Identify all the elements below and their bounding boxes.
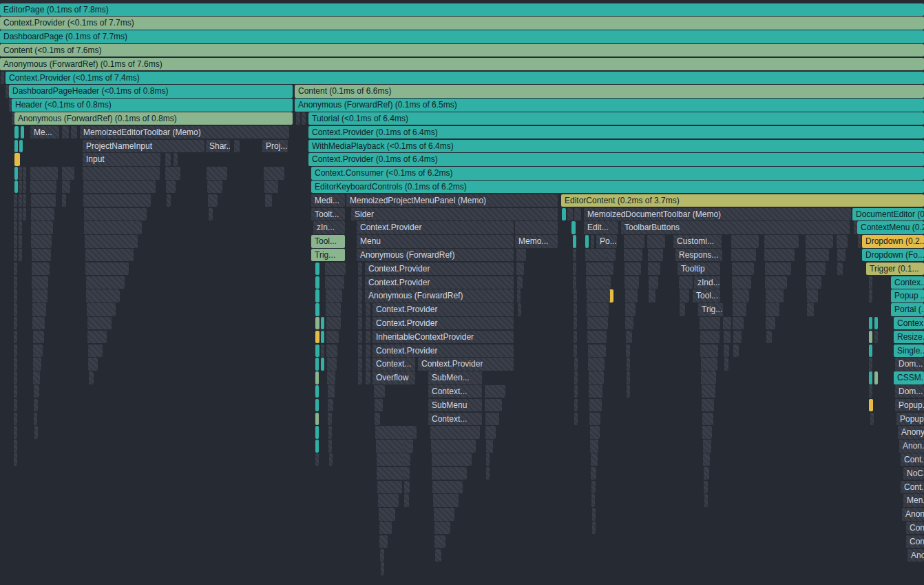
flame-bar[interactable] bbox=[592, 522, 596, 535]
flame-bar[interactable] bbox=[701, 371, 716, 384]
flame-bar[interactable] bbox=[32, 289, 48, 302]
flame-bar[interactable] bbox=[88, 345, 103, 358]
flame-bar[interactable] bbox=[315, 276, 319, 289]
flame-bar[interactable] bbox=[680, 289, 689, 302]
flame-bar-edit[interactable]: Edit... bbox=[584, 221, 618, 234]
flame-bar[interactable] bbox=[591, 494, 595, 507]
flame-bar[interactable] bbox=[702, 385, 715, 398]
flame-bar-context[interactable]: Context... bbox=[372, 358, 415, 371]
flame-bar[interactable] bbox=[485, 426, 496, 439]
flame-bar[interactable] bbox=[625, 317, 633, 330]
flame-bar-dom[interactable]: Dom... bbox=[895, 385, 924, 398]
flame-bar[interactable] bbox=[209, 208, 213, 221]
flame-bar-portal[interactable]: Portal (... bbox=[891, 303, 924, 316]
flame-bar[interactable] bbox=[84, 208, 147, 221]
flame-bar[interactable] bbox=[366, 317, 370, 330]
flame-bar[interactable] bbox=[589, 371, 604, 384]
flame-bar[interactable] bbox=[625, 289, 638, 302]
flame-bar[interactable] bbox=[626, 331, 632, 344]
flame-bar[interactable] bbox=[19, 194, 22, 207]
flame-bar-anonymous-forwardref-0-1ms-of-0-8ms[interactable]: Anonymous (ForwardRef) (0.1ms of 0.8ms) bbox=[14, 112, 293, 125]
flame-bar[interactable] bbox=[574, 385, 578, 398]
flame-bar[interactable] bbox=[14, 453, 17, 466]
flame-bar[interactable] bbox=[589, 399, 602, 412]
flame-bar[interactable] bbox=[517, 289, 521, 302]
flame-bar[interactable] bbox=[869, 385, 872, 398]
flame-bar[interactable] bbox=[869, 345, 872, 358]
flame-bar[interactable] bbox=[627, 385, 630, 398]
flame-bar-context-provider[interactable]: Context.Provider bbox=[372, 303, 514, 316]
flame-bar[interactable] bbox=[19, 167, 22, 180]
flame-bar[interactable] bbox=[87, 331, 107, 344]
flame-bar[interactable] bbox=[14, 317, 17, 330]
flame-bar[interactable] bbox=[869, 317, 872, 330]
flame-bar[interactable] bbox=[589, 413, 600, 426]
flame-bar[interactable] bbox=[33, 371, 40, 384]
flame-bar[interactable] bbox=[315, 263, 319, 276]
flame-bar[interactable] bbox=[701, 358, 717, 371]
flame-bar[interactable] bbox=[432, 453, 472, 466]
flame-bar[interactable] bbox=[315, 426, 319, 439]
flame-bar[interactable] bbox=[326, 331, 339, 344]
flame-bar[interactable] bbox=[404, 494, 409, 507]
flame-bar-contex[interactable]: Contex... bbox=[891, 276, 924, 289]
flame-bar[interactable] bbox=[404, 481, 410, 494]
flame-bar[interactable] bbox=[14, 371, 17, 384]
flame-bar[interactable] bbox=[807, 303, 814, 316]
flame-bar[interactable] bbox=[732, 276, 751, 289]
flame-bar[interactable] bbox=[34, 385, 39, 398]
flame-bar[interactable] bbox=[19, 235, 22, 248]
flame-bar[interactable] bbox=[14, 413, 17, 426]
flame-bar[interactable] bbox=[806, 235, 833, 248]
flame-bar[interactable] bbox=[14, 303, 17, 316]
flame-bar[interactable] bbox=[19, 208, 22, 221]
flame-bar[interactable] bbox=[573, 249, 576, 262]
flame-bar[interactable] bbox=[516, 249, 526, 262]
flame-bar[interactable] bbox=[574, 413, 578, 426]
flame-bar[interactable] bbox=[315, 331, 319, 344]
flame-bar[interactable] bbox=[702, 413, 713, 426]
flame-bar[interactable] bbox=[358, 317, 362, 330]
flame-bar[interactable] bbox=[403, 426, 411, 439]
flame-bar-con[interactable]: Con... bbox=[906, 522, 924, 535]
flame-bar[interactable] bbox=[234, 140, 240, 153]
flame-bar[interactable] bbox=[585, 235, 589, 248]
flame-bar[interactable] bbox=[624, 249, 642, 262]
flame-bar[interactable] bbox=[21, 126, 24, 139]
flame-bar[interactable] bbox=[806, 249, 829, 262]
flame-bar-anon[interactable]: Anon... bbox=[902, 508, 924, 521]
flame-bar[interactable] bbox=[381, 562, 384, 575]
flame-bar[interactable] bbox=[23, 181, 26, 194]
flame-bar-dashboardpage-0-1ms-of-7-7ms[interactable]: DashboardPage (0.1ms of 7.7ms) bbox=[0, 30, 924, 43]
flame-bar[interactable] bbox=[764, 249, 795, 262]
flame-bar[interactable] bbox=[591, 481, 596, 494]
flame-bar[interactable] bbox=[375, 413, 380, 426]
flame-bar-men[interactable]: Men... bbox=[903, 494, 924, 507]
flame-bar[interactable] bbox=[326, 345, 337, 358]
flame-bar[interactable] bbox=[486, 453, 490, 466]
flame-bar[interactable] bbox=[315, 453, 319, 466]
flame-bar[interactable] bbox=[14, 331, 17, 344]
flame-bar[interactable] bbox=[515, 221, 558, 234]
flame-bar[interactable] bbox=[328, 426, 332, 439]
flame-bar[interactable] bbox=[648, 263, 660, 276]
flame-bar[interactable] bbox=[574, 303, 577, 316]
flame-bar[interactable] bbox=[733, 303, 746, 316]
flame-bar[interactable] bbox=[14, 221, 17, 234]
flame-bar[interactable] bbox=[587, 317, 608, 330]
flame-bar-trigger-0-1[interactable]: Trigger (0.1... bbox=[866, 263, 924, 276]
flame-bar[interactable] bbox=[574, 345, 577, 358]
flame-bar[interactable] bbox=[607, 263, 613, 276]
flame-bar-anonymous-forwardref[interactable]: Anonymous (ForwardRef) bbox=[365, 289, 514, 302]
flame-bar[interactable] bbox=[166, 181, 176, 194]
flame-bar[interactable] bbox=[62, 167, 74, 180]
flame-bar-cont[interactable]: Cont... bbox=[901, 453, 924, 466]
flame-bar[interactable] bbox=[403, 453, 410, 466]
flame-bar[interactable] bbox=[315, 289, 319, 302]
flame-bar[interactable] bbox=[329, 453, 333, 466]
flame-bar[interactable] bbox=[837, 235, 848, 248]
flame-bar[interactable] bbox=[34, 413, 37, 426]
flame-bar[interactable] bbox=[366, 358, 370, 371]
flame-bar[interactable] bbox=[702, 399, 714, 412]
flame-bar[interactable] bbox=[23, 208, 26, 221]
